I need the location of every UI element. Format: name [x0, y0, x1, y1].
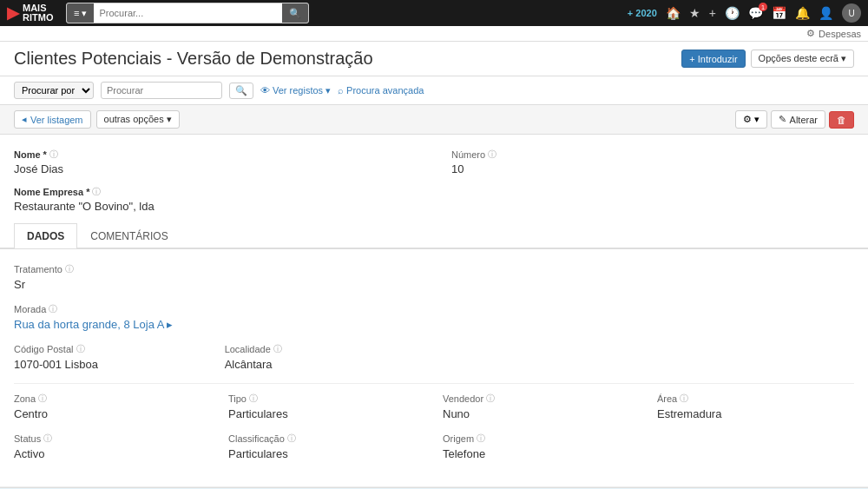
alterar-label: Alterar	[790, 115, 818, 125]
zona-value: Centro	[14, 407, 211, 420]
year-indicator[interactable]: + 2020	[628, 8, 657, 18]
status-classif-origem-row: Status ⓘ Activo Classificação ⓘ Particul…	[14, 433, 854, 460]
numero-value: 10	[451, 162, 854, 175]
procurar-por-select[interactable]: Procurar por	[14, 82, 94, 99]
ver-registos-link[interactable]: 👁 Ver registos ▾	[260, 85, 331, 96]
search-by-wrapper: Procurar por	[14, 82, 94, 99]
bell-icon-wrapper[interactable]: 🔔	[795, 6, 810, 20]
logo-icon: ▶	[7, 5, 19, 21]
name-info-icon: ⓘ	[49, 149, 58, 161]
form-tabs: DADOS COMENTÁRIOS	[0, 223, 868, 248]
status-label: Status ⓘ	[14, 433, 211, 445]
tab-comentarios[interactable]: COMENTÁRIOS	[77, 223, 181, 248]
vendedor-label: Vendedor ⓘ	[443, 393, 640, 405]
tipo-label-text: Tipo	[228, 393, 247, 404]
classificacao-label: Classificação ⓘ	[228, 433, 425, 445]
eye-icon: 👁	[260, 85, 270, 96]
tratamento-value: Sr	[14, 278, 207, 291]
list-icon: ≡	[74, 8, 79, 18]
codpostal-localidade-row: Código Postal ⓘ 1070-001 Lisboa Localida…	[14, 343, 854, 371]
outras-opcoes-button[interactable]: outras opções ▾	[96, 110, 180, 129]
empresa-label: Nome Empresa * ⓘ	[14, 186, 418, 198]
tipo-field: Tipo ⓘ Particulares	[228, 393, 425, 420]
trash-icon: 🗑	[837, 115, 846, 125]
numero-info-icon: ⓘ	[488, 149, 496, 161]
star-icon[interactable]: ★	[689, 6, 700, 20]
procura-avancada-link[interactable]: ⌕ Procura avançada	[338, 85, 424, 96]
topnav-right-actions: + 2020 🏠 ★ + 🕐 💬1 📅 🔔 👤 U	[628, 3, 861, 23]
tab-dados-label: DADOS	[27, 230, 64, 242]
vendedor-label-text: Vendedor	[443, 393, 483, 404]
morada-row: Morada ⓘ Rua da horta grande, 8 Loja A ▸	[14, 303, 854, 331]
global-search-input[interactable]	[94, 3, 282, 23]
codpostal-info-icon: ⓘ	[76, 343, 85, 355]
tratamento-field: Tratamento ⓘ Sr	[14, 263, 207, 291]
global-search: ≡ ▾ 🔍	[66, 3, 309, 23]
chat-icon-wrapper[interactable]: 💬1	[748, 6, 763, 20]
zona-field: Zona ⓘ Centro	[14, 393, 211, 420]
search-button[interactable]: 🔍	[229, 83, 253, 99]
empresa-row: Nome Empresa * ⓘ Restaurante "O Bovino",…	[14, 186, 854, 213]
home-icon[interactable]: 🏠	[666, 6, 681, 20]
morada-label: Morada ⓘ	[14, 303, 418, 315]
empresa-value: Restaurante "O Bovino", lda	[14, 200, 418, 213]
area-label-text: Área	[657, 393, 677, 404]
name-value: José Dias	[14, 162, 417, 175]
status-label-text: Status	[14, 433, 41, 444]
codpostal-label: Código Postal ⓘ	[14, 343, 207, 355]
introduzir-button[interactable]: + Introduzir	[681, 50, 745, 68]
page-header: Clientes Potenciais - Versão de Demonstr…	[0, 42, 868, 76]
localidade-field: Localidade ⓘ Alcântara	[225, 343, 418, 371]
global-search-button[interactable]: 🔍	[282, 3, 308, 23]
localidade-info-icon: ⓘ	[273, 343, 282, 355]
alterar-button[interactable]: ✎ Alterar	[771, 110, 825, 129]
status-value: Activo	[14, 447, 211, 460]
avatar-initial: U	[848, 9, 854, 18]
classificacao-label-text: Classificação	[228, 433, 285, 444]
codpostal-label-text: Código Postal	[14, 344, 74, 354]
subheader: ⚙ Despesas	[0, 26, 868, 42]
numero-label: Número ⓘ	[451, 149, 854, 161]
name-label-text: Nome *	[14, 149, 47, 160]
tipo-info-icon: ⓘ	[249, 393, 258, 405]
calendar-icon[interactable]: 📅	[772, 6, 786, 20]
vendedor-value: Nuno	[443, 407, 640, 420]
despesas-link[interactable]: Despesas	[819, 29, 861, 39]
area-label: Área ⓘ	[657, 393, 854, 405]
delete-button[interactable]: 🗑	[829, 111, 854, 129]
plus-icon[interactable]: +	[709, 6, 716, 20]
user-profile-icon[interactable]: 👤	[819, 6, 833, 20]
name-number-row: Nome * ⓘ José Dias Número ⓘ 10	[14, 149, 854, 175]
top-navigation: ▶ MAIS RITMO ≡ ▾ 🔍 + 2020 🏠 ★ + 🕐 💬1 📅 🔔…	[0, 0, 868, 26]
origem-field: Origem ⓘ Telefone	[443, 433, 640, 460]
search-icon: 🔍	[289, 8, 301, 18]
morada-link[interactable]: Rua da horta grande, 8 Loja A ▸	[14, 318, 173, 331]
codpostal-value: 1070-001 Lisboa	[14, 358, 207, 371]
settings-cog-button[interactable]: ⚙ ▾	[735, 110, 767, 129]
search-input[interactable]	[101, 82, 222, 99]
localidade-value: Alcântara	[225, 358, 418, 371]
magnify-icon: ⌕	[338, 85, 344, 96]
tratamento-label-text: Tratamento	[14, 264, 62, 274]
codpostal-field: Código Postal ⓘ 1070-001 Lisboa	[14, 343, 207, 371]
zona-tipo-vendedor-area-row: Zona ⓘ Centro Tipo ⓘ Particulares Vended…	[14, 393, 854, 420]
localidade-label: Localidade ⓘ	[225, 343, 418, 355]
morada-arrow-icon: ▸	[167, 318, 173, 331]
ver-listagem-button[interactable]: ◂ Ver listagem	[14, 110, 91, 129]
morada-value: Rua da horta grande, 8 Loja A ▸	[14, 318, 418, 331]
tab-dados[interactable]: DADOS	[14, 223, 77, 248]
opcoes-button[interactable]: Opções deste ecrã ▾	[751, 50, 854, 68]
chevron-down-icon: ▾	[326, 85, 331, 96]
user-avatar[interactable]: U	[842, 3, 861, 23]
app-logo[interactable]: ▶ MAIS RITMO	[7, 3, 59, 23]
clock-icon[interactable]: 🕐	[725, 6, 740, 20]
form-card: Nome * ⓘ José Dias Número ⓘ 10 Nome Empr…	[0, 135, 868, 249]
search-type-dropdown[interactable]: ≡ ▾	[67, 3, 94, 23]
vendedor-info-icon: ⓘ	[486, 393, 495, 405]
tratamento-label: Tratamento ⓘ	[14, 263, 207, 275]
search-icon: 🔍	[235, 85, 247, 96]
morada-link-text: Rua da horta grande, 8 Loja A	[14, 318, 164, 331]
empresa-label-text: Nome Empresa *	[14, 187, 89, 197]
origem-info-icon: ⓘ	[477, 433, 485, 445]
status-info-icon: ⓘ	[43, 433, 52, 445]
